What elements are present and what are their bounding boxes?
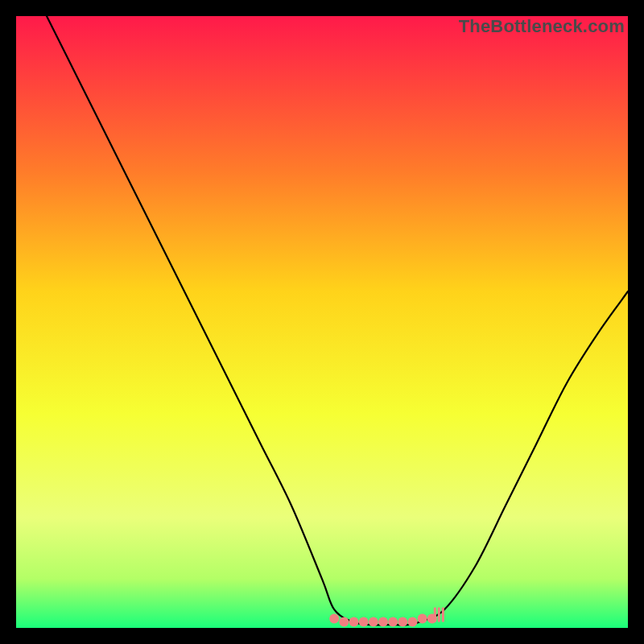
bottleneck-plot	[16, 16, 628, 628]
svg-point-3	[359, 617, 369, 627]
svg-point-2	[349, 617, 359, 627]
svg-rect-13	[442, 608, 444, 622]
chart-frame: TheBottleneck.com	[16, 16, 628, 628]
gradient-background	[16, 16, 628, 628]
svg-point-5	[378, 617, 388, 627]
svg-point-0	[329, 614, 339, 624]
svg-point-8	[407, 617, 417, 627]
svg-rect-11	[434, 608, 436, 622]
watermark-text: TheBottleneck.com	[459, 16, 625, 37]
svg-point-6	[388, 617, 398, 627]
svg-point-7	[398, 617, 407, 627]
svg-rect-12	[438, 608, 440, 622]
svg-point-9	[418, 614, 427, 624]
svg-point-4	[369, 617, 378, 627]
svg-point-1	[339, 617, 349, 627]
